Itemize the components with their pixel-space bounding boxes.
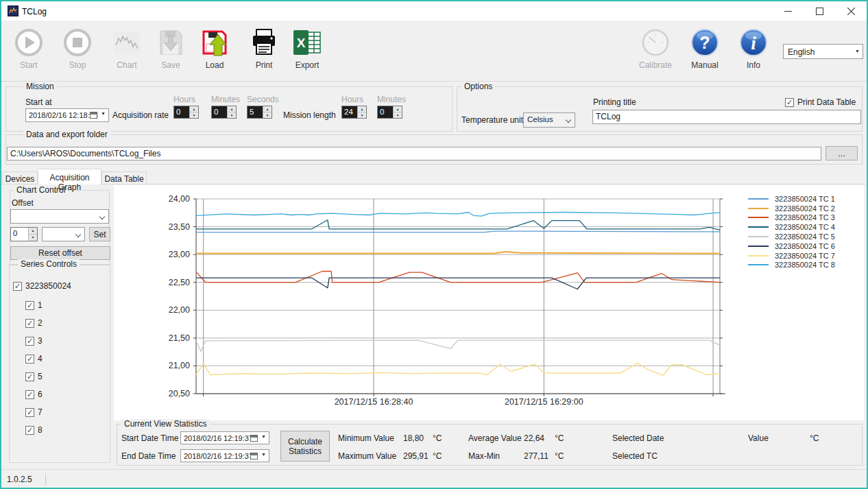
manual-label: Manual <box>683 60 727 70</box>
tab-acquisition-graph[interactable]: Acquisition Graph <box>38 169 101 184</box>
start-datetime-picker[interactable]: 2018/02/16 12:19:37 ▼ <box>180 431 269 444</box>
printing-title-label: Printing title <box>593 97 636 107</box>
start-at-label: Start at <box>25 97 52 107</box>
legend-item: 3223850024 TC 7 <box>748 251 835 261</box>
legend-label: 3223850024 TC 1 <box>775 195 835 203</box>
len-hours-stepper[interactable]: 24 ▲▼ <box>341 106 367 119</box>
set-button[interactable]: Set <box>89 227 110 241</box>
legend-line-swatch <box>748 198 769 200</box>
temperature-unit-label: Temperature unit <box>461 115 523 125</box>
close-button[interactable] <box>835 1 867 21</box>
minimum-unit: °C <box>433 433 442 443</box>
start-at-datepicker[interactable]: 2018/02/16 12:18:28 ▼ <box>25 108 109 122</box>
chevron-down-icon <box>75 232 81 237</box>
spin-down-icon[interactable]: ▼ <box>394 112 402 118</box>
spin-down-icon[interactable]: ▼ <box>190 112 198 118</box>
calculate-statistics-button[interactable]: Calculate Statistics <box>280 431 330 462</box>
end-datetime-picker[interactable]: 2018/02/16 12:19:37 ▼ <box>180 449 269 462</box>
spin-down-icon[interactable]: ▼ <box>29 235 37 241</box>
calendar-icon <box>250 453 258 460</box>
checkbox-check-icon: ✓ <box>25 301 34 310</box>
checkbox-check-icon: ✓ <box>13 282 22 291</box>
svg-text:22,50: 22,50 <box>169 278 190 287</box>
spin-up-icon[interactable]: ▲ <box>29 228 37 235</box>
tab-label: Devices <box>5 174 35 184</box>
browse-button[interactable]: ... <box>825 146 858 160</box>
stop-label: Stop <box>56 60 99 70</box>
mission-group-label: Mission <box>23 82 57 91</box>
svg-text:?: ? <box>699 33 710 52</box>
channel-checkbox-7[interactable]: ✓7 <box>25 407 43 417</box>
tab-devices[interactable]: Devices <box>2 171 38 184</box>
end-datetime-label: End Date Time <box>121 451 176 461</box>
series-controls-group: Series Controls ✓ 3223850024 ✓1✓2✓3✓4✓5✓… <box>9 264 110 463</box>
offset-unit-select[interactable] <box>42 227 85 241</box>
info-button[interactable]: i Info <box>732 26 775 78</box>
maxmin-label: Max-Min <box>468 451 500 461</box>
checkbox-check-icon: ✓ <box>25 337 34 346</box>
checkbox-check-icon: ✓ <box>785 98 794 107</box>
maximize-button[interactable] <box>804 1 835 21</box>
calendar-icon <box>90 112 97 119</box>
legend-line-swatch <box>748 264 769 265</box>
offset-select[interactable] <box>10 209 109 224</box>
len-minutes-label: Minutes <box>377 95 406 104</box>
channel-checkbox-3[interactable]: ✓3 <box>25 336 43 346</box>
spin-up-icon[interactable]: ▲ <box>358 106 366 112</box>
series-controls-group-label: Series Controls <box>18 259 80 269</box>
acq-minutes-stepper[interactable]: 0 ▲▼ <box>211 106 237 119</box>
acq-seconds-value: 5 <box>248 106 263 118</box>
spin-down-icon[interactable]: ▼ <box>228 112 236 118</box>
calibrate-label: Calibrate <box>634 60 677 70</box>
folder-path-input[interactable]: C:\Users\AROS\Documents\TCLog_Files <box>7 147 821 160</box>
chart-icon <box>112 27 142 58</box>
save-label: Save <box>149 60 193 70</box>
channel-checkbox-1[interactable]: ✓1 <box>25 300 43 310</box>
channel-checkbox-6[interactable]: ✓6 <box>25 390 43 399</box>
channel-checkbox-label: 8 <box>38 425 43 435</box>
offset-stepper[interactable]: 0 ▲▼ <box>10 227 38 241</box>
reset-offset-button[interactable]: Reset offset <box>10 246 110 260</box>
mission-length-label: Mission length <box>283 110 336 120</box>
minimize-button[interactable] <box>772 1 804 21</box>
chevron-down-icon: ▼ <box>261 434 266 439</box>
legend-label: 3223850024 TC 8 <box>775 261 835 269</box>
tab-data-table[interactable]: Data Table <box>101 171 147 184</box>
spin-up-icon[interactable]: ▲ <box>394 106 402 112</box>
export-button[interactable]: X Export <box>285 26 329 78</box>
average-value-label: Average Value <box>468 433 522 443</box>
acquisition-graph-page: Chart Control Offset 0 ▲▼ Set Reset offs… <box>1 184 867 466</box>
folder-path-value: C:\Users\AROS\Documents\TCLog_Files <box>10 149 160 158</box>
len-minutes-stepper[interactable]: 0 ▲▼ <box>377 106 402 119</box>
start-at-value: 2018/02/16 12:18:28 <box>29 111 98 119</box>
temperature-unit-select[interactable]: Celsius <box>523 112 575 128</box>
legend-label: 3223850024 TC 7 <box>775 252 835 260</box>
spin-down-icon[interactable]: ▼ <box>263 112 272 118</box>
chevron-down-icon: ▼ <box>101 111 106 116</box>
manual-button[interactable]: ? Manual <box>683 26 727 78</box>
acq-seconds-stepper[interactable]: 5 ▲▼ <box>247 106 272 119</box>
channel-checkbox-8[interactable]: ✓8 <box>25 425 43 435</box>
channel-checkbox-2[interactable]: ✓2 <box>25 318 43 328</box>
acq-hours-stepper[interactable]: 0 ▲▼ <box>173 106 199 119</box>
print-data-table-label: Print Data Table <box>797 97 856 107</box>
average-unit: °C <box>555 433 564 443</box>
print-button[interactable]: Print <box>242 26 286 78</box>
stop-icon <box>62 27 93 58</box>
load-button[interactable]: Load <box>193 26 237 78</box>
info-label: Info <box>732 60 775 70</box>
channel-checkbox-5[interactable]: ✓5 <box>25 372 43 381</box>
channel-checkbox-4[interactable]: ✓4 <box>25 354 43 363</box>
minimum-value-label: Minimum Value <box>338 433 394 443</box>
spin-up-icon[interactable]: ▲ <box>228 106 236 112</box>
chart-label: Chart <box>105 60 149 70</box>
language-select[interactable]: English ▼ <box>783 44 863 59</box>
spin-down-icon[interactable]: ▼ <box>358 112 366 118</box>
spin-up-icon[interactable]: ▲ <box>190 106 198 112</box>
device-checkbox-label: 3223850024 <box>25 281 71 291</box>
device-checkbox[interactable]: ✓ 3223850024 <box>13 281 71 291</box>
spin-up-icon[interactable]: ▲ <box>263 106 272 112</box>
printing-title-input[interactable]: TCLog <box>592 110 861 124</box>
excel-icon: X <box>292 27 322 58</box>
print-data-table-checkbox[interactable]: ✓ Print Data Table <box>785 97 856 107</box>
